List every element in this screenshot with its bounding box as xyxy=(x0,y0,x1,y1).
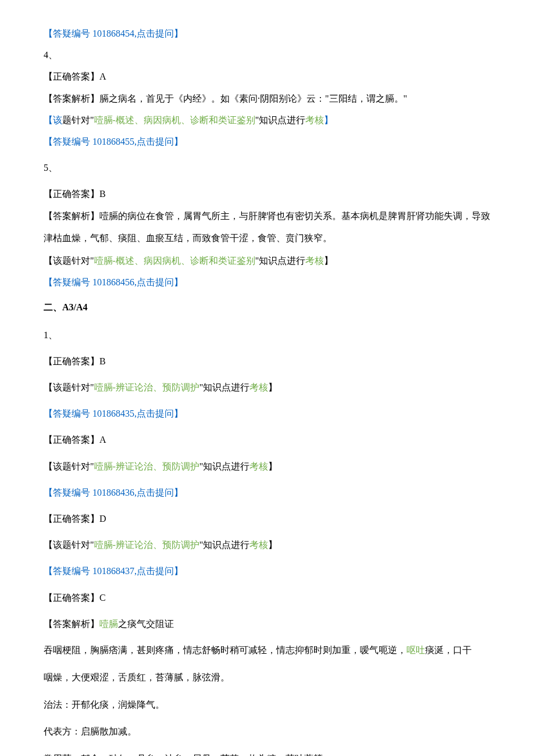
bracket-text: 】 xyxy=(324,115,333,125)
question-number: 4、 xyxy=(44,45,491,65)
correct-answer: 【正确答案】D xyxy=(44,508,491,529)
exam-link[interactable]: 考核 xyxy=(249,461,268,471)
text: 【该题针对" xyxy=(44,461,94,471)
answer-analysis: 【答案解析】膈之病名，首见于《内经》。如《素问·阴阳别论》云："三阳结，谓之膈。… xyxy=(44,88,491,109)
qa-link[interactable]: 【答疑编号 101868454,点击提问】 xyxy=(44,28,183,38)
topic-reference: 【该题针对"噎膈-辨证论治、预防调护"知识点进行考核】 xyxy=(44,456,491,476)
text: 吞咽梗阻，胸膈痞满，甚则疼痛，情志舒畅时稍可减轻，情志抑郁时则加重，嗳气呃逆， xyxy=(44,645,406,655)
qa-link-line: 【答疑编号 101868437,点击提问】 xyxy=(44,561,491,581)
text: 【该题针对" xyxy=(44,540,94,550)
term-link[interactable]: 呕吐 xyxy=(406,645,425,655)
correct-answer: 【正确答案】B xyxy=(44,351,491,371)
topic-reference: 【该题针对"噎膈-概述、病因病机、诊断和类证鉴别"知识点进行考核】 xyxy=(44,250,491,271)
qa-link[interactable]: 【答疑编号 101868456,点击提问】 xyxy=(44,277,183,287)
topic-reference: 【该题针对"噎膈-辨证论治、预防调护"知识点进行考核】 xyxy=(44,535,491,555)
exam-link[interactable]: 考核 xyxy=(249,540,268,550)
text: 【答案解析】 xyxy=(44,619,99,629)
text: "知识点进行 xyxy=(199,382,250,392)
qa-link[interactable]: 【答疑编号 101868455,点击提问】 xyxy=(44,137,183,146)
correct-answer: 【正确答案】C xyxy=(44,587,491,608)
text: "知识点进行 xyxy=(199,540,250,550)
treatment-method: 治法：开郁化痰，润燥降气。 xyxy=(44,694,491,716)
qa-link[interactable]: 【答疑编号 101868436,点击提问】 xyxy=(44,488,183,497)
bracket-text: 】 xyxy=(268,382,277,392)
qa-link-line: 【答疑编号 101868455,点击提问】 xyxy=(44,131,491,152)
topic-link[interactable]: 噎膈-概述、病因病机、诊断和类证鉴别 xyxy=(94,115,255,125)
topic-link[interactable]: 噎膈-辨证论治、预防调护 xyxy=(94,461,199,471)
text: 题针对" xyxy=(62,115,94,125)
topic-link[interactable]: 噎膈-辨证论治、预防调护 xyxy=(94,382,199,392)
text: "知识点进行 xyxy=(255,256,306,266)
answer-analysis: 【答案解析】噎膈之痰气交阻证 xyxy=(44,614,491,634)
symptom-description: 吞咽梗阻，胸膈痞满，甚则疼痛，情志舒畅时稍可减轻，情志抑郁时则加重，嗳气呃逆，呕… xyxy=(44,640,491,661)
topic-link[interactable]: 噎膈-辨证论治、预防调护 xyxy=(94,540,199,550)
common-drugs: 常用药：郁金、砂仁、丹参、沙参、贝母、茯苓、杵头糠、荷叶蒂等。 xyxy=(44,748,491,756)
exam-link[interactable]: 考核 xyxy=(305,115,324,125)
correct-answer: 【正确答案】A xyxy=(44,66,491,87)
question-number: 1、 xyxy=(44,325,491,345)
bracket-text: 【该 xyxy=(44,115,62,125)
topic-link[interactable]: 噎膈-概述、病因病机、诊断和类证鉴别 xyxy=(94,256,255,266)
qa-link-line: 【答疑编号 101868456,点击提问】 xyxy=(44,272,491,292)
exam-link[interactable]: 考核 xyxy=(249,382,268,392)
text: 【该题针对" xyxy=(44,256,94,266)
bracket-text: 】 xyxy=(268,540,277,550)
topic-reference: 【该题针对"噎膈-概述、病因病机、诊断和类证鉴别"知识点进行考核】 xyxy=(44,110,491,130)
symptom-description-cont: 咽燥，大便艰涩，舌质红，苔薄腻，脉弦滑。 xyxy=(44,667,491,689)
question-number: 5、 xyxy=(44,157,491,178)
bracket-text: 】 xyxy=(268,461,277,471)
answer-analysis-cont: 津枯血燥，气郁、痰阻、血瘀互结，而致食管干涩，食管、贲门狭窄。 xyxy=(44,228,491,249)
qa-link-line: 【答疑编号 101868435,点击提问】 xyxy=(44,403,491,424)
qa-link[interactable]: 【答疑编号 101868437,点击提问】 xyxy=(44,566,183,576)
text: 之痰气交阻证 xyxy=(118,619,174,629)
topic-link[interactable]: 噎膈 xyxy=(99,619,118,629)
text: "知识点进行 xyxy=(199,461,250,471)
text: "知识点进行 xyxy=(255,115,306,125)
bracket-text: 】 xyxy=(324,256,333,266)
topic-reference: 【该题针对"噎膈-辨证论治、预防调护"知识点进行考核】 xyxy=(44,377,491,397)
correct-answer: 【正确答案】B xyxy=(44,184,491,204)
text: 痰涎，口干 xyxy=(425,645,472,655)
qa-link-line: 【答疑编号 101868436,点击提问】 xyxy=(44,482,491,503)
correct-answer: 【正确答案】A xyxy=(44,429,491,450)
exam-link[interactable]: 考核 xyxy=(305,256,324,266)
section-header: 二、A3/A4 xyxy=(44,297,491,317)
qa-link[interactable]: 【答疑编号 101868435,点击提问】 xyxy=(44,409,183,418)
prescription: 代表方：启膈散加减。 xyxy=(44,721,491,743)
answer-analysis: 【答案解析】噎膈的病位在食管，属胃气所主，与肝脾肾也有密切关系。基本病机是脾胃肝… xyxy=(44,206,491,227)
qa-link-line: 【答疑编号 101868454,点击提问】 xyxy=(44,23,491,44)
text: 【该题针对" xyxy=(44,382,94,392)
